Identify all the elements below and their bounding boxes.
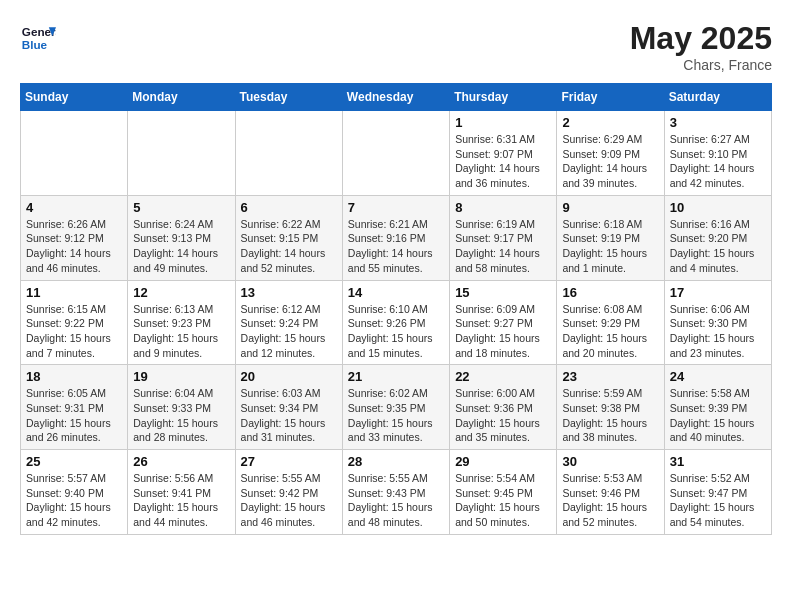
calendar-cell: 7Sunrise: 6:21 AM Sunset: 9:16 PM Daylig… xyxy=(342,195,449,280)
calendar-cell: 6Sunrise: 6:22 AM Sunset: 9:15 PM Daylig… xyxy=(235,195,342,280)
calendar-cell: 22Sunrise: 6:00 AM Sunset: 9:36 PM Dayli… xyxy=(450,365,557,450)
day-info: Sunrise: 6:08 AM Sunset: 9:29 PM Dayligh… xyxy=(562,302,658,361)
day-number: 2 xyxy=(562,115,658,130)
day-info: Sunrise: 6:13 AM Sunset: 9:23 PM Dayligh… xyxy=(133,302,229,361)
calendar-cell: 28Sunrise: 5:55 AM Sunset: 9:43 PM Dayli… xyxy=(342,450,449,535)
day-info: Sunrise: 5:59 AM Sunset: 9:38 PM Dayligh… xyxy=(562,386,658,445)
day-info: Sunrise: 5:55 AM Sunset: 9:43 PM Dayligh… xyxy=(348,471,444,530)
calendar-body: 1Sunrise: 6:31 AM Sunset: 9:07 PM Daylig… xyxy=(21,111,772,535)
day-number: 23 xyxy=(562,369,658,384)
calendar-week-row: 1Sunrise: 6:31 AM Sunset: 9:07 PM Daylig… xyxy=(21,111,772,196)
calendar-cell: 10Sunrise: 6:16 AM Sunset: 9:20 PM Dayli… xyxy=(664,195,771,280)
day-info: Sunrise: 6:27 AM Sunset: 9:10 PM Dayligh… xyxy=(670,132,766,191)
calendar-cell: 11Sunrise: 6:15 AM Sunset: 9:22 PM Dayli… xyxy=(21,280,128,365)
day-number: 27 xyxy=(241,454,337,469)
day-number: 30 xyxy=(562,454,658,469)
day-number: 17 xyxy=(670,285,766,300)
day-number: 12 xyxy=(133,285,229,300)
day-number: 18 xyxy=(26,369,122,384)
calendar-week-row: 25Sunrise: 5:57 AM Sunset: 9:40 PM Dayli… xyxy=(21,450,772,535)
day-number: 8 xyxy=(455,200,551,215)
month-year: May 2025 xyxy=(630,20,772,57)
logo: General Blue xyxy=(20,20,56,56)
day-number: 26 xyxy=(133,454,229,469)
calendar-cell: 25Sunrise: 5:57 AM Sunset: 9:40 PM Dayli… xyxy=(21,450,128,535)
day-info: Sunrise: 6:02 AM Sunset: 9:35 PM Dayligh… xyxy=(348,386,444,445)
calendar-cell: 23Sunrise: 5:59 AM Sunset: 9:38 PM Dayli… xyxy=(557,365,664,450)
day-number: 24 xyxy=(670,369,766,384)
day-info: Sunrise: 6:00 AM Sunset: 9:36 PM Dayligh… xyxy=(455,386,551,445)
day-number: 11 xyxy=(26,285,122,300)
calendar-week-row: 4Sunrise: 6:26 AM Sunset: 9:12 PM Daylig… xyxy=(21,195,772,280)
weekday-header: Monday xyxy=(128,84,235,111)
calendar-cell: 27Sunrise: 5:55 AM Sunset: 9:42 PM Dayli… xyxy=(235,450,342,535)
day-number: 25 xyxy=(26,454,122,469)
day-info: Sunrise: 6:15 AM Sunset: 9:22 PM Dayligh… xyxy=(26,302,122,361)
day-number: 16 xyxy=(562,285,658,300)
day-info: Sunrise: 6:19 AM Sunset: 9:17 PM Dayligh… xyxy=(455,217,551,276)
calendar-cell: 13Sunrise: 6:12 AM Sunset: 9:24 PM Dayli… xyxy=(235,280,342,365)
svg-text:Blue: Blue xyxy=(22,38,48,51)
day-info: Sunrise: 5:53 AM Sunset: 9:46 PM Dayligh… xyxy=(562,471,658,530)
calendar-cell: 8Sunrise: 6:19 AM Sunset: 9:17 PM Daylig… xyxy=(450,195,557,280)
weekday-header: Friday xyxy=(557,84,664,111)
day-number: 28 xyxy=(348,454,444,469)
day-info: Sunrise: 6:29 AM Sunset: 9:09 PM Dayligh… xyxy=(562,132,658,191)
day-number: 7 xyxy=(348,200,444,215)
day-number: 10 xyxy=(670,200,766,215)
calendar-cell: 12Sunrise: 6:13 AM Sunset: 9:23 PM Dayli… xyxy=(128,280,235,365)
calendar-cell: 31Sunrise: 5:52 AM Sunset: 9:47 PM Dayli… xyxy=(664,450,771,535)
day-info: Sunrise: 5:54 AM Sunset: 9:45 PM Dayligh… xyxy=(455,471,551,530)
calendar-cell: 30Sunrise: 5:53 AM Sunset: 9:46 PM Dayli… xyxy=(557,450,664,535)
calendar-cell: 5Sunrise: 6:24 AM Sunset: 9:13 PM Daylig… xyxy=(128,195,235,280)
weekday-header: Wednesday xyxy=(342,84,449,111)
logo-icon: General Blue xyxy=(20,20,56,56)
day-number: 21 xyxy=(348,369,444,384)
day-info: Sunrise: 6:24 AM Sunset: 9:13 PM Dayligh… xyxy=(133,217,229,276)
weekday-header: Saturday xyxy=(664,84,771,111)
day-number: 31 xyxy=(670,454,766,469)
day-info: Sunrise: 6:31 AM Sunset: 9:07 PM Dayligh… xyxy=(455,132,551,191)
day-info: Sunrise: 5:57 AM Sunset: 9:40 PM Dayligh… xyxy=(26,471,122,530)
weekday-header: Thursday xyxy=(450,84,557,111)
calendar-cell xyxy=(21,111,128,196)
calendar-cell xyxy=(128,111,235,196)
day-number: 3 xyxy=(670,115,766,130)
title-block: May 2025 Chars, France xyxy=(630,20,772,73)
day-info: Sunrise: 6:06 AM Sunset: 9:30 PM Dayligh… xyxy=(670,302,766,361)
day-info: Sunrise: 6:09 AM Sunset: 9:27 PM Dayligh… xyxy=(455,302,551,361)
day-info: Sunrise: 5:56 AM Sunset: 9:41 PM Dayligh… xyxy=(133,471,229,530)
day-info: Sunrise: 5:58 AM Sunset: 9:39 PM Dayligh… xyxy=(670,386,766,445)
day-number: 5 xyxy=(133,200,229,215)
day-info: Sunrise: 6:26 AM Sunset: 9:12 PM Dayligh… xyxy=(26,217,122,276)
calendar-cell: 20Sunrise: 6:03 AM Sunset: 9:34 PM Dayli… xyxy=(235,365,342,450)
day-number: 20 xyxy=(241,369,337,384)
calendar-cell xyxy=(342,111,449,196)
calendar-week-row: 11Sunrise: 6:15 AM Sunset: 9:22 PM Dayli… xyxy=(21,280,772,365)
day-info: Sunrise: 6:10 AM Sunset: 9:26 PM Dayligh… xyxy=(348,302,444,361)
location: Chars, France xyxy=(630,57,772,73)
calendar-cell: 26Sunrise: 5:56 AM Sunset: 9:41 PM Dayli… xyxy=(128,450,235,535)
weekday-header: Sunday xyxy=(21,84,128,111)
calendar-cell: 14Sunrise: 6:10 AM Sunset: 9:26 PM Dayli… xyxy=(342,280,449,365)
calendar-cell: 2Sunrise: 6:29 AM Sunset: 9:09 PM Daylig… xyxy=(557,111,664,196)
day-number: 13 xyxy=(241,285,337,300)
day-number: 15 xyxy=(455,285,551,300)
day-info: Sunrise: 6:22 AM Sunset: 9:15 PM Dayligh… xyxy=(241,217,337,276)
day-info: Sunrise: 5:55 AM Sunset: 9:42 PM Dayligh… xyxy=(241,471,337,530)
day-number: 14 xyxy=(348,285,444,300)
calendar-cell: 3Sunrise: 6:27 AM Sunset: 9:10 PM Daylig… xyxy=(664,111,771,196)
day-info: Sunrise: 6:12 AM Sunset: 9:24 PM Dayligh… xyxy=(241,302,337,361)
calendar-cell: 9Sunrise: 6:18 AM Sunset: 9:19 PM Daylig… xyxy=(557,195,664,280)
weekday-header-row: SundayMondayTuesdayWednesdayThursdayFrid… xyxy=(21,84,772,111)
weekday-header: Tuesday xyxy=(235,84,342,111)
calendar-cell xyxy=(235,111,342,196)
day-number: 19 xyxy=(133,369,229,384)
day-info: Sunrise: 6:05 AM Sunset: 9:31 PM Dayligh… xyxy=(26,386,122,445)
calendar-cell: 1Sunrise: 6:31 AM Sunset: 9:07 PM Daylig… xyxy=(450,111,557,196)
day-info: Sunrise: 6:21 AM Sunset: 9:16 PM Dayligh… xyxy=(348,217,444,276)
day-number: 29 xyxy=(455,454,551,469)
calendar-header: SundayMondayTuesdayWednesdayThursdayFrid… xyxy=(21,84,772,111)
calendar-table: SundayMondayTuesdayWednesdayThursdayFrid… xyxy=(20,83,772,535)
day-info: Sunrise: 6:18 AM Sunset: 9:19 PM Dayligh… xyxy=(562,217,658,276)
